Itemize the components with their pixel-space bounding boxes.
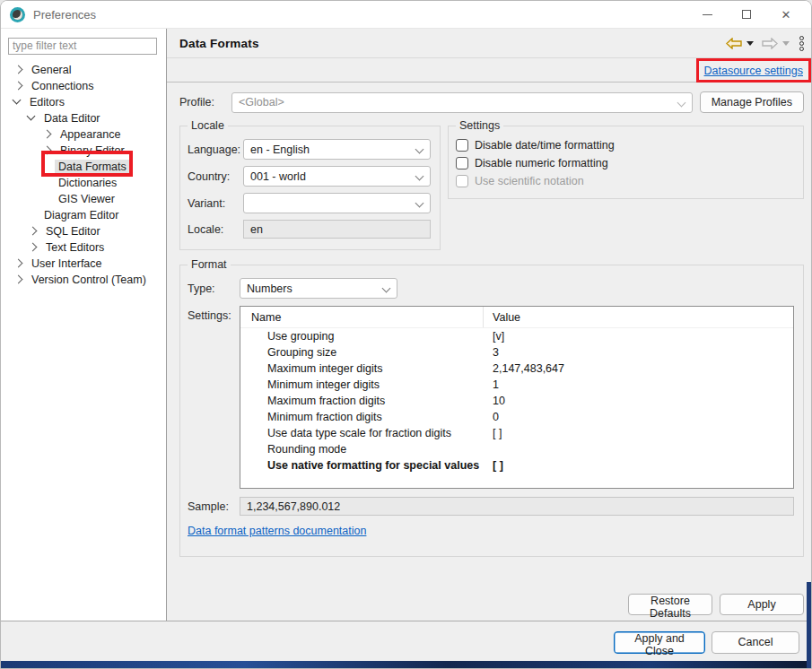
- view-menu-icon[interactable]: [799, 36, 804, 51]
- forward-menu-icon[interactable]: [782, 41, 790, 46]
- chevron-expanded-icon[interactable]: [13, 96, 22, 105]
- sidebar-item-text-editors[interactable]: Text Editors: [8, 239, 166, 256]
- setting-value[interactable]: [ ]: [484, 459, 793, 472]
- sidebar-item-binary-editor[interactable]: Binary Editor: [8, 143, 166, 159]
- table-row-use-data-type-scale-for-fraction-digits[interactable]: Use data type scale for fraction digits[…: [240, 425, 793, 441]
- preferences-dialog: Preferences ✕ GeneralConnectionsEditorsD…: [0, 0, 812, 669]
- sidebar-item-data-formats[interactable]: Data Formats: [8, 159, 166, 175]
- setting-name: Use grouping: [240, 330, 484, 343]
- sidebar-item-label: Text Editors: [42, 240, 108, 255]
- table-row-grouping-size[interactable]: Grouping size3: [240, 344, 793, 361]
- sidebar-item-version-control-team[interactable]: Version Control (Team): [8, 272, 166, 288]
- variant-combo[interactable]: [243, 193, 431, 213]
- checkbox-row-use-scientific-notation: Use scientific notation: [456, 175, 794, 187]
- sidebar-item-general[interactable]: General: [8, 62, 166, 78]
- type-label: Type:: [188, 282, 240, 295]
- sidebar-item-label: User Interface: [28, 256, 106, 271]
- annotation-box-datasource: Datasource settings: [696, 58, 811, 83]
- sidebar-item-label: Data Formats: [55, 160, 130, 174]
- format-type-row: Type: Numbers: [188, 278, 794, 299]
- setting-value[interactable]: 2,147,483,647: [484, 362, 793, 375]
- language-combo[interactable]: en - English: [243, 139, 431, 160]
- filter-input[interactable]: [8, 38, 157, 55]
- chevron-collapsed-icon[interactable]: [29, 243, 38, 252]
- setting-value[interactable]: 3: [484, 346, 793, 359]
- column-header-value[interactable]: Value: [484, 311, 793, 324]
- chevron-collapsed-icon[interactable]: [43, 130, 52, 139]
- chevron-collapsed-icon[interactable]: [14, 65, 23, 74]
- table-row-maximum-fraction-digits[interactable]: Maximum fraction digits10: [240, 393, 793, 409]
- sidebar-item-data-editor[interactable]: Data Editor: [8, 110, 166, 126]
- chevron-collapsed-icon[interactable]: [14, 275, 23, 284]
- country-combo[interactable]: 001 - world: [243, 166, 431, 187]
- chevron-collapsed-icon[interactable]: [14, 259, 23, 268]
- variant-label: Variant:: [188, 197, 243, 210]
- sidebar-item-connections[interactable]: Connections: [8, 78, 166, 94]
- checkbox-label: Disable date/time formatting: [475, 139, 615, 152]
- checkbox-icon[interactable]: [456, 157, 468, 169]
- setting-value[interactable]: [v]: [484, 330, 793, 343]
- chevron-expanded-icon[interactable]: [27, 112, 36, 121]
- type-combo[interactable]: Numbers: [240, 278, 397, 299]
- sidebar-item-editors[interactable]: Editors: [8, 94, 166, 110]
- back-icon[interactable]: [726, 38, 742, 49]
- window-title: Preferences: [33, 8, 687, 22]
- no-icon: [28, 212, 34, 218]
- chevron-collapsed-icon[interactable]: [14, 82, 23, 91]
- profile-combo[interactable]: <Global>: [231, 92, 693, 113]
- maximize-icon: [742, 10, 751, 19]
- setting-value[interactable]: 10: [484, 395, 793, 407]
- table-row-minimum-fraction-digits[interactable]: Minimum fraction digits0: [240, 409, 793, 425]
- forward-icon[interactable]: [762, 38, 778, 49]
- setting-value[interactable]: [ ]: [484, 427, 793, 439]
- table-row-maximum-integer-digits[interactable]: Maximum integer digits2,147,483,647: [240, 361, 793, 377]
- locale-field-row: Country:001 - world: [188, 166, 431, 187]
- minimize-icon: [703, 14, 712, 15]
- sidebar-item-sql-editor[interactable]: SQL Editor: [8, 223, 166, 239]
- locale-readonly-field: en: [243, 220, 431, 239]
- close-button[interactable]: ✕: [766, 2, 806, 27]
- format-settings-table[interactable]: Name Value Use grouping[v]Grouping size3…: [240, 306, 794, 489]
- maximize-button[interactable]: [727, 2, 766, 27]
- apply-button[interactable]: Apply: [720, 594, 804, 615]
- sidebar-item-user-interface[interactable]: User Interface: [8, 256, 166, 272]
- checkbox-label: Disable numeric formatting: [475, 157, 608, 169]
- manage-profiles-button[interactable]: Manage Profiles: [700, 91, 804, 113]
- table-row-rounding-mode[interactable]: Rounding mode: [240, 441, 793, 457]
- setting-value[interactable]: 0: [484, 411, 793, 423]
- setting-value[interactable]: 1: [484, 378, 793, 391]
- sidebar-item-dictionaries[interactable]: Dictionaries: [8, 175, 166, 191]
- sidebar-item-diagram-editor[interactable]: Diagram Editor: [8, 207, 166, 223]
- doc-patterns-link[interactable]: Data format patterns documentation: [188, 525, 366, 537]
- datasource-settings-link[interactable]: Datasource settings: [704, 65, 803, 77]
- back-menu-icon[interactable]: [747, 41, 754, 46]
- app-icon: [10, 7, 25, 22]
- page-title: Data Formats: [179, 37, 726, 50]
- no-icon: [42, 179, 48, 186]
- sidebar-item-gis-viewer[interactable]: GIS Viewer: [8, 191, 166, 207]
- sidebar-item-label: Editors: [26, 95, 68, 109]
- chevron-collapsed-icon[interactable]: [29, 227, 38, 236]
- locale-label: Locale:: [188, 223, 243, 236]
- apply-and-close-button[interactable]: Apply and Close: [614, 631, 705, 654]
- table-row-use-native-formatting-for-special-values[interactable]: Use native formatting for special values…: [240, 457, 793, 474]
- locale-field-row: Locale:en: [188, 220, 431, 239]
- profile-label: Profile:: [179, 96, 220, 109]
- chevron-down-icon: [415, 145, 424, 154]
- table-row-use-grouping[interactable]: Use grouping[v]: [240, 328, 793, 344]
- settings-group: Settings Disable date/time formattingDis…: [448, 126, 804, 199]
- dialog-footer: Apply and Close Cancel: [1, 621, 811, 663]
- setting-name: Minimum integer digits: [240, 378, 484, 391]
- table-row-minimum-integer-digits[interactable]: Minimum integer digits1: [240, 377, 793, 393]
- chevron-collapsed-icon[interactable]: [43, 146, 52, 155]
- column-header-name[interactable]: Name: [240, 307, 484, 327]
- restore-defaults-button[interactable]: Restore Defaults: [628, 594, 712, 615]
- checkbox-label: Use scientific notation: [475, 175, 584, 187]
- setting-name: Rounding mode: [240, 443, 484, 456]
- minimize-button[interactable]: [687, 2, 727, 27]
- cancel-button[interactable]: Cancel: [712, 631, 799, 654]
- checkbox-icon[interactable]: [456, 139, 468, 152]
- checkbox-row-disable-date-time-formatting[interactable]: Disable date/time formatting: [456, 139, 794, 152]
- sidebar-item-appearance[interactable]: Appearance: [8, 126, 166, 143]
- checkbox-row-disable-numeric-formatting[interactable]: Disable numeric formatting: [456, 157, 794, 169]
